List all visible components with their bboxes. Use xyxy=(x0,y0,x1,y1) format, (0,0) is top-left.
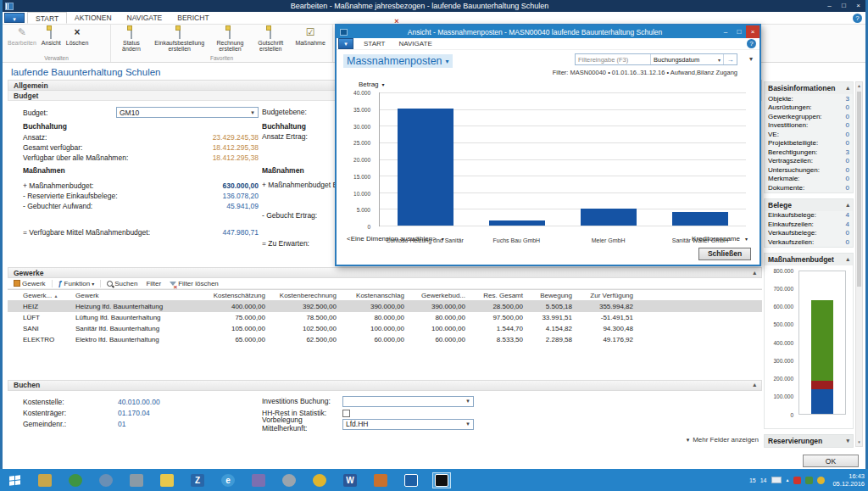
restore-icon[interactable]: □ xyxy=(732,25,746,38)
popup-page-title[interactable]: Massnahmenposten ▾ xyxy=(343,54,453,68)
popup-tab-start[interactable]: START xyxy=(357,40,392,47)
filter-button[interactable]: Filter xyxy=(143,280,164,287)
rechnung-erstellen-button[interactable]: Rechnung erstellen xyxy=(210,25,251,53)
folder-icon[interactable] xyxy=(158,472,176,488)
tray-app-icon[interactable] xyxy=(805,477,813,484)
col-res-gesamt[interactable]: Res. Gesamt xyxy=(469,290,526,301)
basisinformationen-header[interactable]: Basisinformationen ▴ xyxy=(765,82,853,94)
close-icon[interactable]: × xyxy=(746,25,760,38)
settings-gears-icon[interactable] xyxy=(280,472,298,488)
kostentraeger-value[interactable]: 01.170.04 xyxy=(118,409,150,417)
factbox-scrollbar[interactable]: ▲ ▾ xyxy=(855,81,863,447)
tray-app-icon[interactable] xyxy=(817,477,825,484)
ansatz-value[interactable]: 23.429.245,38 xyxy=(213,133,259,142)
stacked-segment-1[interactable] xyxy=(811,381,833,389)
bar-3[interactable] xyxy=(672,212,729,226)
verfuegbar-alle-value[interactable]: 18.412.295,38 xyxy=(213,153,259,162)
help-icon[interactable]: ? xyxy=(747,39,756,48)
vorbelegung-select[interactable]: Lfd.HH▾ xyxy=(342,419,474,430)
file-explorer-icon[interactable] xyxy=(36,472,54,488)
schliessen-button[interactable]: Schließen xyxy=(698,248,751,260)
bar-2[interactable] xyxy=(581,209,637,226)
start-button[interactable] xyxy=(0,469,29,491)
scrollbar-thumb[interactable] xyxy=(857,92,861,287)
application-menu-button[interactable]: ▾ xyxy=(4,13,25,23)
gutschrift-erstellen-button[interactable]: Gutschrift erstellen xyxy=(250,25,291,53)
application-menu-button[interactable]: ▾ xyxy=(338,38,353,49)
collapse-filter-pane-icon[interactable]: ▾ xyxy=(749,55,753,63)
einkaufsbestellung-erstellen-button[interactable]: Einkaufsbestellung erstellen xyxy=(149,25,210,53)
reservierte-einkaufsbelege-value[interactable]: 136.078,20 xyxy=(222,192,259,200)
mehr-felder-link[interactable]: ▾ Mehr Felder anzeigen xyxy=(687,436,759,444)
bar-1[interactable] xyxy=(489,220,546,226)
belege-header[interactable]: Belege ▴ xyxy=(765,199,853,211)
col-gewerkebudget[interactable]: Gewerkebud... xyxy=(408,290,469,301)
filter-input[interactable]: Filtereingabe (F3) xyxy=(576,54,650,64)
nav-client-icon[interactable] xyxy=(402,472,420,488)
gemeindenr-value[interactable]: 01 xyxy=(118,420,125,428)
col-gewerkcode[interactable]: Gewerk... ▲ xyxy=(19,290,72,301)
tab-bericht[interactable]: BERICHT xyxy=(170,12,216,24)
tab-navigate[interactable]: NAVIGATE xyxy=(120,12,170,24)
popup-tab-navigate[interactable]: NAVIGATE xyxy=(392,40,438,47)
apply-filter-icon[interactable]: → xyxy=(723,54,737,64)
stacked-segment-0[interactable] xyxy=(811,389,833,414)
reservierungen-header[interactable]: Reservierungen ▾ xyxy=(764,434,854,448)
section-buchen[interactable]: Buchen ▴ xyxy=(8,380,762,391)
table-row[interactable]: SANISanitär lfd. Bauunterhaltung 105.000… xyxy=(8,323,762,334)
investitions-buchung-select[interactable]: ▾ xyxy=(342,396,474,407)
table-row[interactable]: HEIZHeizung lfd. Bauunterhaltung 400.000… xyxy=(8,301,762,312)
col-kostenschaetzung[interactable]: Kostenschätzung xyxy=(199,290,269,301)
suchen-button[interactable]: Suchen xyxy=(104,280,140,287)
restore-icon[interactable]: □ xyxy=(837,0,851,12)
clock-app-icon[interactable] xyxy=(310,472,329,488)
tray-app-icon[interactable] xyxy=(793,477,801,484)
app-icon-blue-z[interactable]: Z xyxy=(188,472,207,488)
bar-0[interactable] xyxy=(398,109,454,226)
minimize-icon[interactable]: – xyxy=(719,25,732,38)
keyboard-icon[interactable] xyxy=(771,477,782,483)
status-aendern-button[interactable]: Status ändern xyxy=(114,25,149,53)
search-tool-icon[interactable] xyxy=(97,472,115,488)
filter-loeschen-toolbar-button[interactable]: Filter löschen xyxy=(167,280,221,287)
ok-button[interactable]: OK xyxy=(803,455,859,467)
series-by-selector[interactable]: Kreditorenname▾ xyxy=(692,235,748,243)
col-gewerk[interactable]: Gewerk xyxy=(72,290,199,301)
massnahmenbudget-header[interactable]: Maßnahmenbudget ▴ xyxy=(765,254,853,265)
app-icon-green[interactable] xyxy=(66,472,85,488)
stacked-segment-2[interactable] xyxy=(811,300,833,381)
col-bewegung[interactable]: Bewegung xyxy=(526,290,576,301)
show-hidden-icons-chevron[interactable]: ▲ xyxy=(786,477,790,483)
filter-field-select[interactable]: Buchungsdatum ▾ xyxy=(650,54,723,64)
tab-start[interactable]: START xyxy=(27,12,67,24)
scroll-down-icon[interactable]: ▾ xyxy=(856,438,862,446)
kostenstelle-value[interactable]: 40.010.00.00 xyxy=(118,398,160,406)
col-zur-verfuegung[interactable]: Zur Verfügung xyxy=(576,290,637,301)
tab-aktionen[interactable]: AKTIONEN xyxy=(67,12,119,24)
massnahmenbudget-value[interactable]: 630.000,00 xyxy=(222,181,259,190)
ansicht-button[interactable]: Ansicht xyxy=(39,25,64,47)
col-kostenberechnung[interactable]: Kostenberechnung xyxy=(269,290,340,301)
help-icon[interactable]: ? xyxy=(853,14,862,23)
loeschen-button[interactable]: × Löschen xyxy=(64,25,91,47)
close-icon[interactable]: × xyxy=(851,0,865,12)
bearbeiten-button[interactable]: ✎ Bearbeiten xyxy=(5,25,39,47)
remote-desktop-icon[interactable] xyxy=(249,472,268,488)
hh-rest-checkbox[interactable] xyxy=(342,410,350,417)
funktion-button[interactable]: ƒFunktion▾ xyxy=(56,279,97,287)
massnahme-button[interactable]: ☑ Maßnahme xyxy=(291,25,330,47)
app-icon-orange[interactable] xyxy=(371,472,390,488)
scroll-up-icon[interactable]: ▲ xyxy=(856,82,862,90)
table-row[interactable]: LÜFTLüftung lfd. Bauunterhaltung 75.000,… xyxy=(8,312,762,323)
verfuegbare-mittel-value[interactable]: 447.980,71 xyxy=(222,228,259,237)
tools-icon[interactable] xyxy=(127,472,146,488)
chart-yaxis-label[interactable]: Betrag ▾ xyxy=(359,81,385,88)
dimension-selector[interactable]: <Eine Dimension auswählen>▾ xyxy=(347,235,444,243)
section-gewerke[interactable]: Gewerke ▴ xyxy=(8,267,762,278)
minimize-icon[interactable]: – xyxy=(822,0,837,12)
nav-client-active-icon[interactable] xyxy=(432,472,451,488)
word-icon[interactable]: W xyxy=(341,472,359,488)
internet-explorer-icon[interactable]: e xyxy=(219,472,237,488)
taskbar-clock[interactable]: 16:43 05.12.2016 xyxy=(832,472,865,488)
gewerk-button[interactable]: Gewerk xyxy=(11,280,48,287)
